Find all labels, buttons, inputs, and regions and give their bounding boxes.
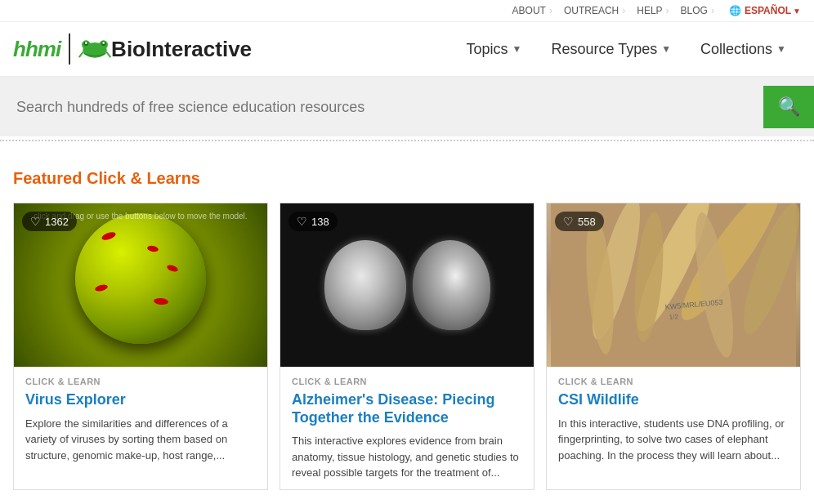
frog-icon bbox=[78, 36, 111, 59]
sep2: › bbox=[622, 5, 625, 16]
virus-sphere bbox=[75, 213, 206, 344]
svg-point-5 bbox=[85, 42, 87, 44]
about-link[interactable]: ABOUT bbox=[512, 5, 546, 16]
card-body-virus: CLICK & LEARN Virus Explorer Explore the… bbox=[14, 367, 267, 471]
card-badge-virus: ♡ 1362 bbox=[22, 212, 77, 231]
sep1: › bbox=[549, 5, 552, 16]
topics-label: Topics bbox=[467, 41, 508, 58]
like-count-wildlife: 558 bbox=[578, 216, 596, 228]
heart-icon-wildlife: ♡ bbox=[563, 215, 574, 228]
biointeractive-text: BioInteractive bbox=[111, 37, 252, 62]
card-desc-virus: Explore the similarities and differences… bbox=[25, 416, 256, 464]
card-title-virus[interactable]: Virus Explorer bbox=[25, 391, 256, 409]
main-navigation: hhmi BioInteractive Topics ▼ Resource bbox=[0, 22, 814, 78]
like-count-virus: 1362 bbox=[45, 216, 69, 228]
language-selector[interactable]: 🌐 ESPAÑOL ▼ bbox=[729, 5, 801, 16]
logo-divider bbox=[69, 33, 70, 65]
outreach-link[interactable]: OUTREACH bbox=[564, 5, 619, 16]
hhmi-logo: hhmi bbox=[13, 38, 60, 60]
brain-right bbox=[413, 240, 490, 330]
nav-resource-types[interactable]: Resource Types ▼ bbox=[536, 21, 686, 77]
card-desc-wildlife: In this interactive, students use DNA pr… bbox=[558, 416, 789, 464]
card-title-wildlife[interactable]: CSI Wildlife bbox=[558, 391, 789, 409]
language-label: ESPAÑOL bbox=[745, 5, 791, 16]
nav-topics[interactable]: Topics ▼ bbox=[452, 21, 537, 77]
heart-icon-brain: ♡ bbox=[297, 215, 307, 228]
heart-icon-virus: ♡ bbox=[30, 215, 41, 228]
like-count-brain: 138 bbox=[311, 216, 329, 228]
blog-link[interactable]: BLOG bbox=[681, 5, 708, 16]
chevron-down-icon: ▼ bbox=[793, 7, 801, 16]
card-type-wildlife: CLICK & LEARN bbox=[558, 377, 789, 386]
search-bar: 🔍 bbox=[0, 78, 814, 136]
topics-chevron: ▼ bbox=[512, 43, 522, 55]
card-title-brain[interactable]: Alzheimer's Disease: Piecing Together th… bbox=[292, 391, 522, 426]
dotted-separator bbox=[0, 140, 814, 141]
search-button[interactable]: 🔍 bbox=[763, 86, 814, 128]
logo-area[interactable]: hhmi BioInteractive bbox=[13, 33, 252, 65]
svg-point-6 bbox=[102, 42, 105, 44]
cards-grid: click and drag or use the buttons below … bbox=[13, 203, 801, 490]
section-title: Featured Click & Learns bbox=[13, 169, 801, 188]
biointeractive-logo: BioInteractive bbox=[78, 36, 252, 62]
card-body-wildlife: CLICK & LEARN CSI Wildlife In this inter… bbox=[547, 367, 800, 471]
search-input[interactable] bbox=[0, 87, 763, 127]
top-utility-bar: ABOUT › OUTREACH › HELP › BLOG › 🌐 ESPAÑ… bbox=[0, 0, 814, 22]
card-alzheimers: ♡ 138 CLICK & LEARN Alzheimer's Disease:… bbox=[280, 203, 534, 490]
resource-types-label: Resource Types bbox=[551, 41, 657, 58]
sep4: › bbox=[711, 5, 714, 16]
svg-text:1/2: 1/2 bbox=[669, 313, 678, 321]
brain-left bbox=[324, 240, 406, 330]
card-type-virus: CLICK & LEARN bbox=[25, 377, 256, 386]
collections-label: Collections bbox=[700, 41, 772, 58]
collections-chevron: ▼ bbox=[776, 43, 786, 55]
card-image-wrap-wildlife: KW5/MRL/EU053 1/2 ♡ 558 bbox=[547, 203, 800, 367]
brain-sections bbox=[324, 240, 490, 330]
search-input-wrapper bbox=[0, 87, 763, 127]
card-body-brain: CLICK & LEARN Alzheimer's Disease: Pieci… bbox=[280, 367, 534, 489]
globe-icon: 🌐 bbox=[729, 5, 741, 16]
card-desc-brain: This interactive explores evidence from … bbox=[292, 433, 522, 481]
main-content: Featured Click & Learns click and drag o… bbox=[0, 153, 814, 498]
card-image-wrap-brain: ♡ 138 bbox=[280, 203, 534, 367]
card-badge-brain: ♡ 138 bbox=[288, 212, 338, 231]
card-virus-explorer: click and drag or use the buttons below … bbox=[13, 203, 268, 490]
card-csi-wildlife: KW5/MRL/EU053 1/2 ♡ 558 CLICK & LEARN CS… bbox=[546, 203, 801, 490]
card-image-wrap-virus: click and drag or use the buttons below … bbox=[14, 203, 267, 367]
sep3: › bbox=[666, 5, 669, 16]
card-badge-wildlife: ♡ 558 bbox=[555, 212, 604, 231]
nav-collections[interactable]: Collections ▼ bbox=[686, 21, 801, 77]
help-link[interactable]: HELP bbox=[637, 5, 662, 16]
resource-types-chevron: ▼ bbox=[661, 43, 671, 55]
search-icon: 🔍 bbox=[778, 96, 800, 118]
nav-links: Topics ▼ Resource Types ▼ Collections ▼ bbox=[452, 21, 802, 77]
card-type-brain: CLICK & LEARN bbox=[292, 377, 522, 386]
